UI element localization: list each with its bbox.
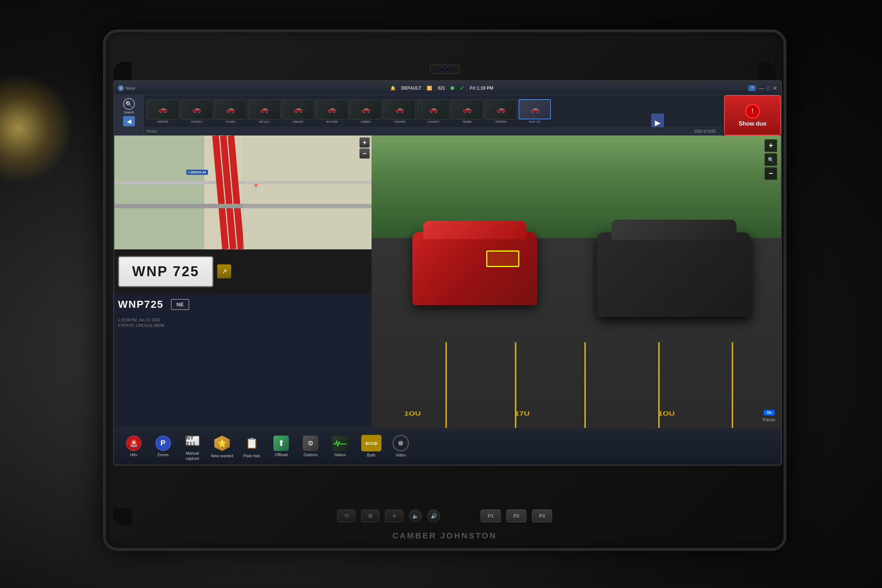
plate-thumb-11[interactable]: DBF559 <box>485 99 517 123</box>
options-button[interactable]: ⚙ Options <box>297 434 325 459</box>
parking-line-1 <box>445 342 447 428</box>
back-icon: ◀ <box>127 118 131 125</box>
map-area[interactable]: I-180/US-34 📍 + − <box>114 135 371 249</box>
car-dark <box>597 232 751 317</box>
right-panel: 1OU 17U 1OU + 🔍 <box>371 135 781 428</box>
both-button[interactable]: ⟺ Both <box>356 433 387 459</box>
plate-thumb-2[interactable]: C0RSEC <box>180 99 213 123</box>
plate-thumb-img-5 <box>282 99 314 119</box>
plate-direction-button[interactable]: ↗ <box>217 264 231 278</box>
plate-thumb-label-2: C0RSEC <box>191 120 203 123</box>
plate-image: WNP 725 <box>118 256 213 287</box>
hw-button-p1[interactable]: P1 <box>481 509 501 522</box>
reads-count: 1016 of 1016 <box>694 129 715 134</box>
help-button[interactable]: ? <box>748 85 756 91</box>
hw-button-p3[interactable]: P3 <box>532 509 552 522</box>
on-badge[interactable]: On <box>764 410 775 416</box>
map-green-zone <box>114 135 204 249</box>
search-icon: 🔍 <box>123 98 135 110</box>
device-name: DEFAULT <box>401 86 421 91</box>
minimize-icon[interactable]: — <box>759 85 764 91</box>
search-button[interactable]: 🔍 Search <box>123 98 135 114</box>
plate-thumb-10[interactable]: 584BR <box>451 99 483 123</box>
bottom-toolbar: 🚨 Hits P Zones NY 211 Manualcapture ⭐ <box>114 428 781 465</box>
manual-capture-button[interactable]: NY 211 Manualcapture <box>179 430 206 462</box>
cam-zoom-in[interactable]: + <box>765 139 777 152</box>
plate-thumb-9[interactable]: UUM979 <box>417 99 449 123</box>
map-zoom-out[interactable]: − <box>359 148 370 159</box>
manual-capture-label: Manualcapture <box>186 451 199 460</box>
video-button[interactable]: ⏺ Video <box>389 433 413 459</box>
cam-zoom-out[interactable]: − <box>765 167 777 180</box>
hw-button-vol-up[interactable]: 🔊 <box>427 509 440 522</box>
plate-thumb-label-8: VNG008 <box>394 120 405 123</box>
top-bar: ● None 🔔 DEFAULT 🔀 021 ✓ Fri 1:19 PM ? —… <box>114 81 781 95</box>
zones-icon: P <box>155 436 171 451</box>
corner-grip-bl <box>113 508 132 526</box>
plate-thumb-3[interactable]: VIX360 <box>214 99 246 123</box>
hits-button[interactable]: 🚨 Hits <box>120 434 147 459</box>
offload-button[interactable]: ⬆ Offload <box>267 434 295 459</box>
map-zoom-in[interactable]: + <box>359 137 370 148</box>
car-red <box>412 232 537 305</box>
options-label: Options <box>304 453 317 457</box>
close-icon[interactable]: ✕ <box>773 85 777 91</box>
plate-thumb-7[interactable]: 10B881 <box>350 99 382 123</box>
profile-area: ● None <box>118 85 135 91</box>
plate-thumb-1[interactable]: DBF559 <box>147 99 179 123</box>
plate-info-row: WNP725 NE <box>114 294 371 315</box>
hw-button-brightness-up[interactable]: ☀ <box>385 509 404 522</box>
hardware-buttons-row: ⟲ ✿ ☀ 🔈 🔊 P1 P2 P3 <box>337 509 552 522</box>
direction-icon: ↗ <box>222 267 227 276</box>
plates-strip: DBF559 C0RSEC VIX360 WCI214 6AB435 <box>144 95 722 128</box>
plate-thumb-6[interactable]: WYP368 <box>316 99 348 123</box>
location-text: N 9TH ST, LINCOLN, 68508 <box>118 323 368 328</box>
plate-display: WNP 725 ↗ <box>114 249 371 294</box>
hw-button-vol-down[interactable]: 🔈 <box>409 509 422 522</box>
pause-label[interactable]: Pause <box>763 417 775 422</box>
camera-mount <box>430 64 459 74</box>
plate-thumb-12[interactable]: WNP725 <box>518 99 551 123</box>
plate-thumb-4[interactable]: WCI214 <box>248 99 280 123</box>
plate-thumb-label-3: VIX360 <box>225 120 235 123</box>
hw-button-rotate[interactable]: ⟲ <box>337 509 356 522</box>
both-arrows-icon: ⟺ <box>361 435 382 452</box>
strip-nav-right[interactable]: ▶ <box>651 114 664 128</box>
plate-thumb-img-12 <box>518 99 551 119</box>
tablet-body: ● None 🔔 DEFAULT 🔀 021 ✓ Fri 1:19 PM ? —… <box>103 29 786 551</box>
highway-label: I-180/US-34 <box>186 170 208 175</box>
plate-thumb-img-1 <box>147 99 179 119</box>
plate-lists-label: Plate lists <box>243 454 261 458</box>
back-button[interactable]: ◀ <box>123 116 135 126</box>
main-content: I-180/US-34 📍 + − <box>114 135 781 428</box>
manual-capture-icon: NY 211 <box>184 432 201 450</box>
offload-icon: ⬆ <box>273 436 289 451</box>
hw-button-p2[interactable]: P2 <box>506 509 527 522</box>
unit-number: 021 <box>438 86 445 91</box>
plate-thumb-label-7: 10B881 <box>361 120 371 123</box>
plate-thumb-img-7 <box>350 99 382 119</box>
top-bar-actions: ? — □ ✕ <box>748 85 777 91</box>
reads-bar: Reads 1016 of 1016 <box>144 128 722 135</box>
zones-button[interactable]: P Zones <box>149 434 177 459</box>
parking-num-1: 1OU <box>404 410 421 418</box>
maximize-icon[interactable]: □ <box>767 85 770 91</box>
plate-thumb-label-11: DBF559 <box>495 120 506 123</box>
plate-lists-icon: 📋 <box>243 435 261 452</box>
new-wanted-button[interactable]: ⭐ New wanted <box>208 433 236 460</box>
plate-number-display: WNP725 <box>118 298 164 310</box>
show-due-button[interactable]: ! Show due <box>724 95 781 135</box>
plate-lists-button[interactable]: 📋 Plate lists <box>238 433 266 460</box>
plate-thumb-8[interactable]: VNG008 <box>383 99 416 123</box>
plate-direction-label: NE <box>171 299 189 310</box>
parking-line-3 <box>584 342 586 428</box>
parking-num-2: 17U <box>514 410 530 418</box>
show-due-label: Show due <box>739 120 766 127</box>
cam-zoom-search[interactable]: 🔍 <box>765 153 777 166</box>
show-due-icon: ! <box>745 104 760 118</box>
plate-thumb-5[interactable]: 6AB435 <box>282 99 314 123</box>
new-wanted-label: New wanted <box>211 454 233 458</box>
corner-grip-br <box>758 508 776 526</box>
hw-button-brightness-mode[interactable]: ✿ <box>361 509 380 522</box>
status-button[interactable]: Status <box>326 434 354 459</box>
